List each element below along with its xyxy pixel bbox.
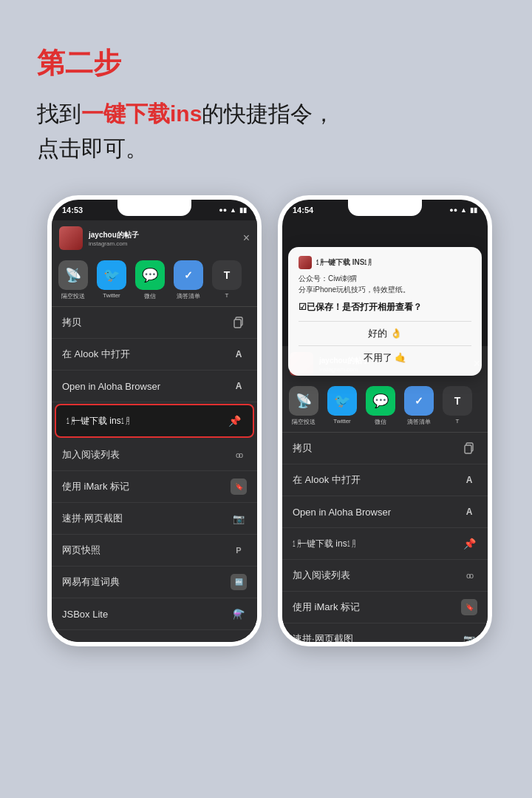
desc-part2: 的快捷指令，	[202, 101, 335, 126]
share-header-right-wrapper: jaychou的帖子 instagram.com × 📡 隔空投送 🐦	[282, 346, 488, 642]
share-header-sub-left: instagram.com	[89, 240, 237, 247]
page-container: 第二步 找到一键下载ins的快捷指令， 点击即可。 14:53 ●● ▲ ▮▮	[0, 0, 532, 691]
app-icon-wechat[interactable]: 💬 微信	[133, 260, 167, 300]
app-icon-ticktick[interactable]: ✓ 滴答清单	[171, 260, 205, 300]
popup-btn-no[interactable]: 不用了 🤙	[299, 345, 471, 370]
share-header-icon-left	[59, 226, 83, 250]
app-icon-wechat-r[interactable]: 💬 微信	[364, 386, 398, 426]
menu-item-readlist-left[interactable]: 加入阅读列表 oo	[52, 439, 257, 471]
step-title: 第二步	[37, 44, 502, 82]
wechat-label-r: 微信	[375, 418, 386, 426]
battery-icon: ▮▮	[239, 206, 247, 214]
svg-rect-3	[465, 445, 471, 453]
phone-left: 14:53 ●● ▲ ▮▮ jaychou的帖子 instagram.com ×	[47, 195, 262, 646]
menu-item-alook-right[interactable]: 在 Alook 中打开 A	[282, 464, 488, 496]
signal-icon-r: ●●	[449, 206, 457, 214]
aloha-icon-right: A	[461, 504, 477, 520]
signal-icon: ●●	[219, 206, 227, 214]
menu-item-aloha-left[interactable]: Open in Aloha Browser A	[52, 371, 257, 402]
ticktick-icon-r: ✓	[404, 386, 434, 416]
copy-icon-right	[461, 440, 477, 456]
menu-item-youdao-left[interactable]: 网易有道词典 🔤	[52, 567, 257, 598]
twitter-label-r: Twitter	[333, 418, 351, 425]
time-left: 14:53	[62, 206, 83, 214]
readlist-icon-left: oo	[231, 447, 247, 463]
app-icon-t-r[interactable]: T T	[440, 386, 474, 426]
share-header-left: jaychou的帖子 instagram.com ×	[52, 220, 257, 254]
airdrop-icon-r: 📡	[289, 386, 318, 416]
menu-item-pin-left[interactable]: Pin 📍	[52, 630, 257, 642]
airdrop-icon: 📡	[58, 260, 88, 290]
menu-item-shortcut-left[interactable]: ㋀一键下载 ins㋀ 📌	[55, 404, 254, 438]
battery-icon-r: ▮▮	[470, 206, 477, 214]
ticktick-label-r: 滴答清单	[407, 418, 431, 426]
phone-screen-right: ㋀一键下载 INS㋀ 公众号：Ciwi刺猬 分享iPhone玩机技巧，特效壁纸。…	[282, 220, 488, 642]
menu-item-supin-right[interactable]: 速拼·网页截图 📷	[282, 623, 488, 642]
menu-item-imark-right[interactable]: 使用 iMark 标记 🔖	[282, 592, 488, 623]
svg-rect-1	[234, 319, 241, 328]
aloha-icon-left: A	[231, 378, 247, 394]
t-label: T	[225, 292, 229, 299]
menu-item-copy-left[interactable]: 拷贝	[52, 307, 257, 339]
menu-item-aloha-right[interactable]: Open in Aloha Browser A	[282, 496, 488, 528]
menu-list-right: 拷贝 在 Alook 中打开 A	[282, 433, 488, 642]
status-icons-right: ●● ▲ ▮▮	[449, 206, 477, 214]
popup-header-icon	[299, 256, 312, 269]
desc-highlight: 一键下载ins	[81, 101, 202, 126]
t-label-r: T	[456, 418, 460, 425]
twitter-icon-r: 🐦	[327, 386, 357, 416]
phones-row: 14:53 ●● ▲ ▮▮ jaychou的帖子 instagram.com ×	[37, 195, 502, 646]
app-icon-airdrop-r[interactable]: 📡 隔空投送	[287, 386, 321, 426]
phone-right: 14:54 ●● ▲ ▮▮ ㋀一键下载 INS㋀ 公众号：Ciwi刺猬	[278, 195, 492, 646]
app-icon-airdrop[interactable]: 📡 隔空投送	[56, 260, 90, 300]
desc-line2: 点击即可。	[37, 136, 148, 160]
pin-icon-left: 📍	[231, 638, 247, 642]
phone-notch-right	[348, 200, 422, 216]
app-icon-ticktick-r[interactable]: ✓ 滴答清单	[402, 386, 436, 426]
menu-item-jsbox-left[interactable]: JSBox Lite ⚗️	[52, 598, 257, 630]
phone-notch-left	[117, 200, 191, 216]
menu-item-readlist-right[interactable]: 加入阅读列表 oo	[282, 560, 488, 592]
ticktick-label: 滴答清单	[177, 292, 200, 300]
menu-item-alook-left[interactable]: 在 Alook 中打开 A	[52, 339, 257, 371]
jsbox-icon-left: ⚗️	[231, 606, 247, 622]
share-header-title-left: jaychou的帖子	[89, 230, 237, 240]
menu-item-snapshot-left[interactable]: 网页快照 P	[52, 535, 257, 567]
popup-header-title: ㋀一键下载 INS㋀	[316, 257, 369, 268]
app-icon-t[interactable]: T T	[210, 260, 244, 300]
popup-btn-yes[interactable]: 好的 👌	[299, 321, 471, 345]
shortcut-icon-left: 📌	[226, 413, 242, 429]
menu-item-shortcut-right[interactable]: ㋀一键下载 ins㋀ 📌	[282, 528, 488, 560]
snapshot-icon-left: P	[231, 542, 247, 558]
popup-dialog: ㋀一键下载 INS㋀ 公众号：Ciwi刺猬 分享iPhone玩机技巧，特效壁纸。…	[288, 247, 482, 376]
menu-item-imark-left[interactable]: 使用 iMark 标记 🔖	[52, 471, 257, 503]
shortcut-icon-right: 📌	[461, 535, 477, 552]
wifi-icon-r: ▲	[460, 206, 467, 214]
app-icons-row-right: 📡 隔空投送 🐦 Twitter 💬 微信 ✓	[282, 380, 488, 433]
alook-icon-left: A	[231, 346, 247, 362]
app-icon-twitter-r[interactable]: 🐦 Twitter	[325, 386, 359, 426]
wechat-icon: 💬	[135, 260, 165, 290]
wifi-icon: ▲	[230, 206, 236, 214]
supin-icon-left: 📷	[231, 510, 247, 527]
app-icon-twitter[interactable]: 🐦 Twitter	[95, 260, 129, 300]
t-icon-r: T	[443, 386, 472, 416]
wechat-label: 微信	[144, 292, 156, 300]
wechat-icon-r: 💬	[366, 386, 395, 416]
popup-body-text: 公众号：Ciwi刺猬 分享iPhone玩机技巧，特效壁纸。	[299, 274, 471, 295]
twitter-label: Twitter	[103, 292, 120, 299]
app-icons-row-left: 📡 隔空投送 🐦 Twitter 💬 微信 ✓ 滴答清单	[52, 254, 257, 307]
imark-icon-right: 🔖	[461, 599, 477, 615]
popup-header: ㋀一键下载 INS㋀	[299, 256, 471, 269]
airdrop-label-r: 隔空投送	[292, 418, 316, 426]
ticktick-icon: ✓	[174, 260, 203, 290]
step-description: 找到一键下载ins的快捷指令， 点击即可。	[37, 97, 502, 166]
share-header-close-left[interactable]: ×	[243, 231, 250, 245]
twitter-icon: 🐦	[97, 260, 126, 290]
menu-item-supin-left[interactable]: 速拼·网页截图 📷	[52, 503, 257, 535]
youdao-icon-left: 🔤	[231, 574, 247, 590]
popup-check-text: ☑已保存！是否打开相册查看？	[299, 301, 471, 314]
readlist-icon-right: oo	[461, 567, 477, 584]
status-icons-left: ●● ▲ ▮▮	[219, 206, 247, 214]
menu-item-copy-right[interactable]: 拷贝	[282, 433, 488, 464]
